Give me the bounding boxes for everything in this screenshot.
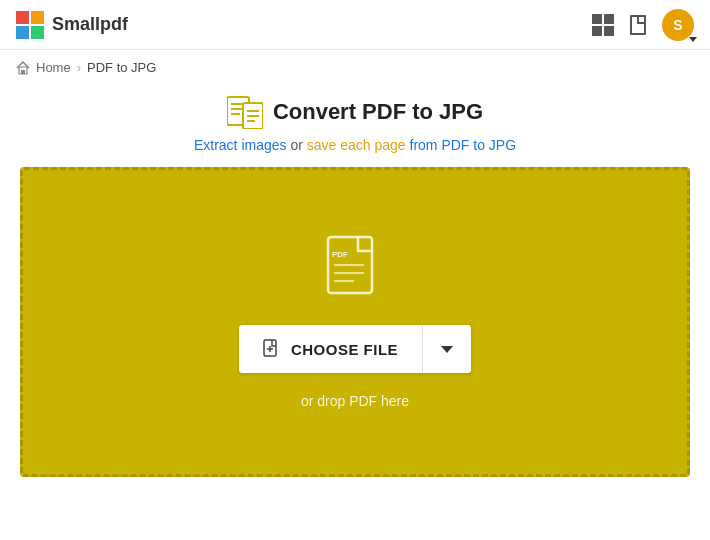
svg-text:PDF: PDF [332, 250, 348, 259]
title-row: Convert PDF to JPG [20, 95, 690, 129]
choose-file-button[interactable]: CHOOSE FILE [239, 325, 423, 373]
svg-rect-0 [16, 11, 29, 24]
breadcrumb: Home › PDF to JPG [0, 50, 710, 85]
header-right: S [592, 9, 694, 41]
avatar-caret-icon [689, 37, 697, 42]
svg-rect-5 [21, 70, 25, 74]
svg-rect-2 [16, 26, 29, 39]
chevron-down-icon [441, 346, 453, 353]
page-title-area: Convert PDF to JPG Extract images or sav… [20, 95, 690, 153]
breadcrumb-current: PDF to JPG [87, 60, 156, 75]
drop-hint: or drop PDF here [301, 393, 409, 409]
breadcrumb-home[interactable]: Home [36, 60, 71, 75]
convert-icon [227, 95, 263, 129]
subtitle: Extract images or save each page from PD… [20, 137, 690, 153]
avatar-letter: S [673, 17, 682, 33]
page-title: Convert PDF to JPG [273, 99, 483, 125]
document-icon[interactable] [630, 15, 646, 35]
logo-icon [16, 11, 44, 39]
svg-rect-1 [31, 11, 44, 24]
logo-text: Smallpdf [52, 14, 128, 35]
choose-file-dropdown-button[interactable] [423, 325, 471, 373]
svg-rect-3 [31, 26, 44, 39]
home-icon [16, 61, 30, 75]
pdf-file-icon: PDF [326, 235, 384, 305]
logo[interactable]: Smallpdf [16, 11, 128, 39]
grid-icon[interactable] [592, 14, 614, 36]
main-content: Convert PDF to JPG Extract images or sav… [0, 85, 710, 497]
app-header: Smallpdf S [0, 0, 710, 50]
subtitle-extract: Extract images [194, 137, 287, 153]
subtitle-from: from PDF to JPG [410, 137, 517, 153]
subtitle-save: save each page [307, 137, 406, 153]
subtitle-or: or [290, 137, 302, 153]
choose-file-container: CHOOSE FILE [239, 325, 471, 373]
breadcrumb-separator: › [77, 60, 81, 75]
avatar[interactable]: S [662, 9, 694, 41]
upload-icon [263, 339, 281, 359]
choose-file-label: CHOOSE FILE [291, 341, 398, 358]
dropzone[interactable]: PDF CHOOSE FILE or drop PDF here [20, 167, 690, 477]
